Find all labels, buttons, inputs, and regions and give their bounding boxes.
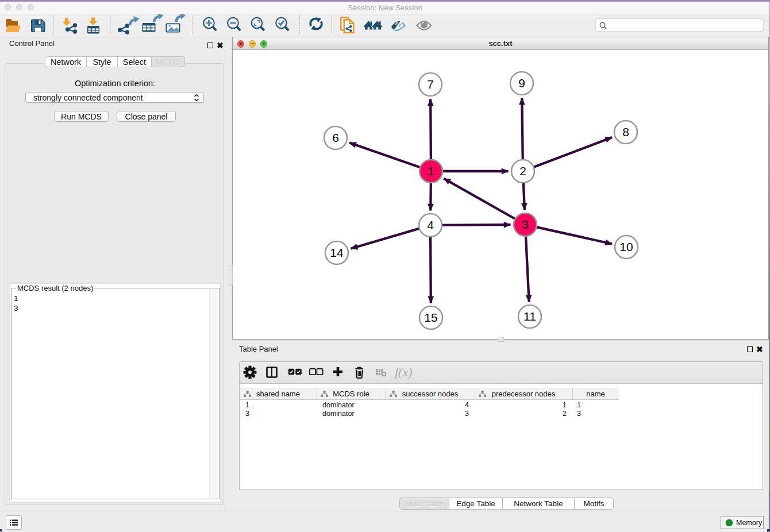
svg-text:4: 4	[427, 218, 434, 232]
svg-text:7: 7	[427, 78, 434, 91]
svg-text:3: 3	[522, 218, 529, 231]
svg-text:15: 15	[424, 311, 437, 324]
svg-text:11: 11	[523, 310, 536, 323]
svg-text:9: 9	[518, 76, 525, 90]
svg-text:6: 6	[332, 131, 339, 144]
svg-text:8: 8	[622, 125, 629, 138]
svg-text:14: 14	[330, 246, 344, 259]
svg-text:1: 1	[428, 164, 434, 178]
svg-text:10: 10	[619, 240, 633, 253]
svg-text:2: 2	[519, 164, 526, 178]
svg-text:f(x): f(x)	[395, 365, 413, 379]
